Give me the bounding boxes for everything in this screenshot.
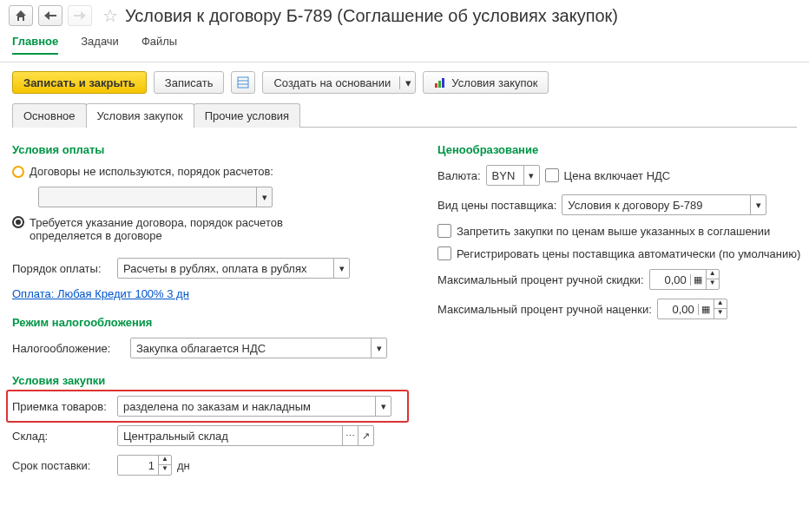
supplier-price-type-combo[interactable]: Условия к договору Б-789 ▾ xyxy=(562,194,766,215)
currency-combo[interactable]: BYN ▾ xyxy=(486,165,540,186)
currency-label: Валюта: xyxy=(437,169,481,182)
warehouse-label: Склад: xyxy=(12,430,112,443)
auto-register-prices-label: Регистрировать цены поставщика автоматич… xyxy=(457,247,800,260)
receipt-label: Приемка товаров: xyxy=(12,400,112,413)
group-tax-mode: Режим налогообложения xyxy=(12,316,403,329)
radio-contract-required[interactable] xyxy=(12,216,24,228)
taxation-value: Закупка облагается НДС xyxy=(131,342,371,355)
max-manual-markup-label: Максимальный процент ручной наценки: xyxy=(437,303,652,316)
price-includes-vat-label: Цена включает НДС xyxy=(564,169,671,182)
favorite-star-icon[interactable]: ☆ xyxy=(102,5,118,26)
tab-main[interactable]: Основное xyxy=(12,103,87,128)
svg-rect-4 xyxy=(438,81,441,88)
svg-rect-3 xyxy=(435,83,437,88)
settlement-order-combo-disabled: ▾ xyxy=(38,187,273,207)
receipt-combo[interactable]: разделена по заказам и накладным ▾ xyxy=(117,396,391,417)
home-button[interactable] xyxy=(9,5,33,26)
save-button[interactable]: Записать xyxy=(154,71,225,94)
ellipsis-icon[interactable]: ⋯ xyxy=(342,426,358,445)
chevron-down-icon[interactable]: ▾ xyxy=(333,259,349,278)
max-manual-markup-value: 0,00 xyxy=(658,303,698,316)
payment-link[interactable]: Оплата: Любая Кредит 100% 3 дн xyxy=(12,287,189,300)
spinner-down[interactable]: ▼ xyxy=(159,465,171,475)
create-based-button[interactable]: Создать на основании ▾ xyxy=(262,71,416,94)
max-manual-discount-label: Максимальный процент ручной скидки: xyxy=(437,273,644,286)
svg-rect-5 xyxy=(442,78,444,88)
forbid-higher-prices-checkbox[interactable] xyxy=(437,224,451,238)
calculator-icon[interactable]: ▦ xyxy=(698,304,714,315)
radio-no-contract-label: Договоры не используются, порядок расчет… xyxy=(30,165,273,178)
caret-down-icon: ▾ xyxy=(399,76,411,89)
group-payment-conditions: Условия оплаты xyxy=(12,143,403,156)
menutab-main[interactable]: Главное xyxy=(12,35,58,55)
chevron-down-icon[interactable]: ▾ xyxy=(375,397,391,416)
chevron-down-icon[interactable]: ▾ xyxy=(750,195,766,214)
spinner-down[interactable]: ▼ xyxy=(707,279,719,289)
auto-register-prices-checkbox[interactable] xyxy=(437,246,451,260)
taxation-combo[interactable]: Закупка облагается НДС ▾ xyxy=(130,338,387,358)
page-title: Условия к договору Б-789 (Соглашение об … xyxy=(125,6,618,26)
back-button[interactable] xyxy=(38,5,62,26)
forbid-higher-prices-label: Запретить закупки по ценам выше указанны… xyxy=(457,225,770,238)
purchase-conditions-label: Условия закупок xyxy=(451,76,537,89)
delivery-term-label: Срок поставки: xyxy=(12,459,112,472)
max-manual-markup-input[interactable]: 0,00 ▦ ▲ ▼ xyxy=(657,299,727,319)
tab-purchase-conditions[interactable]: Условия закупок xyxy=(86,103,194,128)
receipt-value: разделена по заказам и накладным xyxy=(118,400,375,413)
delivery-term-input[interactable]: 1 ▲ ▼ xyxy=(117,455,172,476)
warehouse-combo[interactable]: Центральный склад ⋯ ↗ xyxy=(117,425,374,446)
chevron-down-icon[interactable]: ▾ xyxy=(371,338,386,358)
chevron-down-icon: ▾ xyxy=(256,187,272,207)
chevron-down-icon[interactable]: ▾ xyxy=(523,166,539,185)
menutab-files[interactable]: Файлы xyxy=(141,35,177,55)
payment-order-combo[interactable]: Расчеты в рублях, оплата в рублях ▾ xyxy=(117,258,350,279)
supplier-price-type-value: Условия к договору Б-789 xyxy=(562,199,750,212)
price-includes-vat-checkbox[interactable] xyxy=(545,168,559,182)
save-close-button[interactable]: Записать и закрыть xyxy=(12,71,147,94)
spinner-down[interactable]: ▼ xyxy=(714,309,727,319)
report-button[interactable] xyxy=(231,71,255,94)
radio-no-contract[interactable] xyxy=(12,166,24,178)
tab-other[interactable]: Прочие условия xyxy=(194,103,300,128)
forward-button xyxy=(68,5,92,26)
group-purchase-conditions: Условия закупки xyxy=(12,374,403,387)
currency-value: BYN xyxy=(487,169,523,182)
delivery-term-unit: дн xyxy=(177,459,190,472)
delivery-term-value: 1 xyxy=(118,459,158,472)
report-icon xyxy=(237,76,249,89)
taxation-label: Налогообложение: xyxy=(12,342,125,355)
payment-order-value: Расчеты в рублях, оплата в рублях xyxy=(118,262,333,275)
calculator-icon[interactable]: ▦ xyxy=(690,274,706,286)
menutab-tasks[interactable]: Задачи xyxy=(81,35,119,55)
warehouse-value: Центральный склад xyxy=(118,430,342,443)
payment-order-label: Порядок оплаты: xyxy=(12,262,112,275)
chart-icon xyxy=(434,76,446,89)
radio-contract-required-label: Требуется указание договора, порядок рас… xyxy=(30,216,316,242)
supplier-price-type-label: Вид цены поставщика: xyxy=(437,199,556,212)
create-based-label: Создать на основании xyxy=(273,76,391,89)
highlight-receipt: Приемка товаров: разделена по заказам и … xyxy=(6,390,409,423)
group-pricing: Ценообразование xyxy=(437,143,802,156)
max-manual-discount-value: 0,00 xyxy=(650,273,690,286)
purchase-conditions-button[interactable]: Условия закупок xyxy=(423,71,549,94)
open-icon[interactable]: ↗ xyxy=(358,426,373,445)
svg-rect-0 xyxy=(238,77,248,88)
max-manual-discount-input[interactable]: 0,00 ▦ ▲ ▼ xyxy=(649,269,720,290)
